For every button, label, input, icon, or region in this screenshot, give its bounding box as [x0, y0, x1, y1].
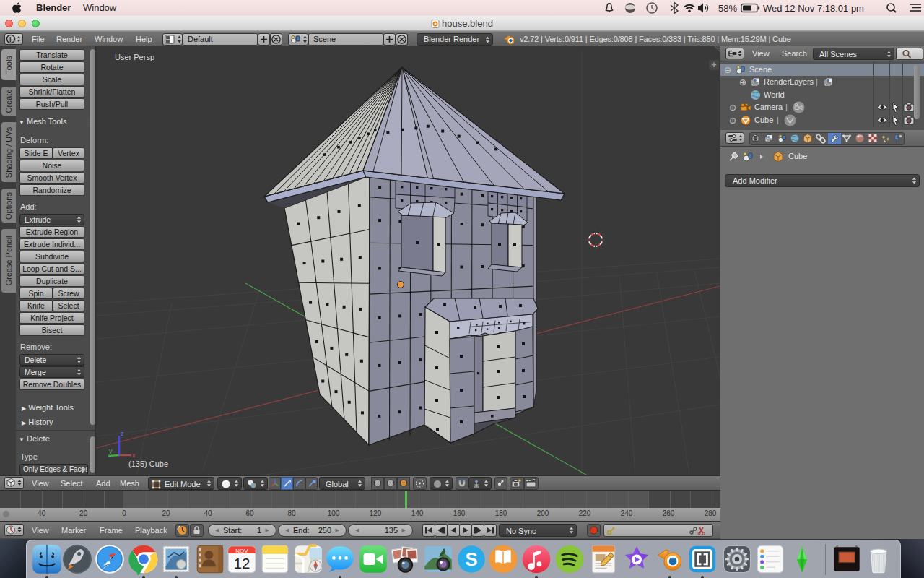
svg-text:58%: 58% [718, 3, 737, 14]
svg-text:i: i [9, 36, 12, 43]
svg-text:NOV: NOV [235, 547, 248, 553]
svg-text:x: x [132, 452, 136, 459]
svg-text:y: y [109, 447, 113, 454]
svg-text:z: z [121, 430, 124, 437]
svg-text:12: 12 [234, 556, 250, 571]
svg-text:Wed 12 Nov 7:18:01 pm: Wed 12 Nov 7:18:01 pm [763, 3, 864, 14]
svg-text:S: S [465, 549, 477, 569]
